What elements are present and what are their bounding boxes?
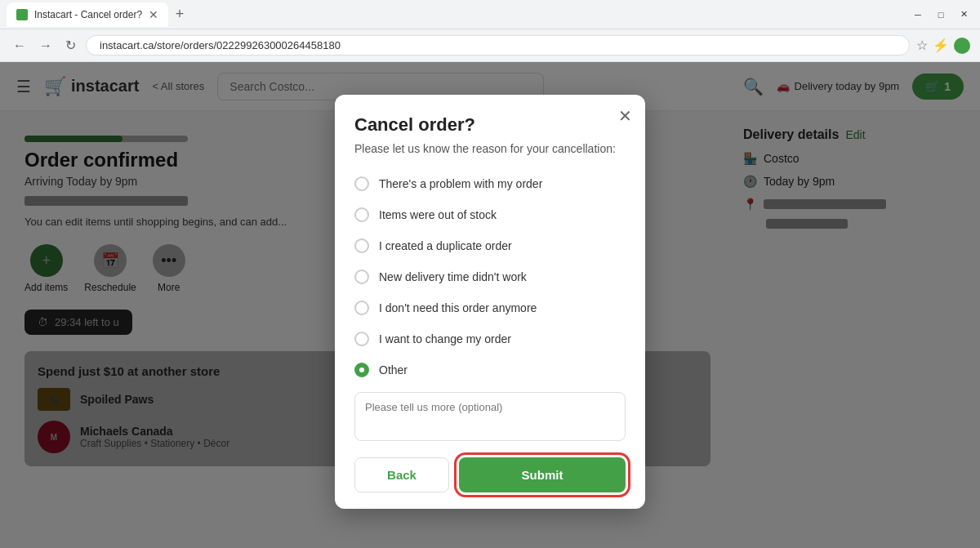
modal-close-button[interactable]: ✕: [618, 108, 632, 124]
modal-header: ✕ Cancel order? Please let us know the r…: [335, 95, 645, 155]
radio-option-2[interactable]: Items were out of stock: [354, 199, 626, 230]
radio-label-4: New delivery time didn't work: [379, 270, 527, 283]
page-background: ☰ 🛒 instacart < All stores 🔍 🚗 Delivery …: [0, 62, 980, 548]
url-bar[interactable]: instacart.ca/store/orders/02229926300026…: [86, 35, 910, 56]
modal-overlay: ✕ Cancel order? Please let us know the r…: [0, 62, 980, 548]
radio-label-7: Other: [379, 363, 408, 376]
tab-favicon: [16, 9, 28, 20]
radio-option-7[interactable]: Other: [354, 354, 626, 385]
address-bar-icons: ☆ ⚡: [916, 38, 970, 54]
radio-circle-4: [354, 270, 369, 284]
browser-tab[interactable]: Instacart - Cancel order? ✕: [7, 2, 168, 27]
close-button[interactable]: ✕: [954, 5, 973, 25]
new-tab-button[interactable]: +: [168, 3, 191, 26]
modal-title: Cancel order?: [354, 114, 626, 136]
modal-footer: Back Submit: [335, 444, 645, 509]
tab-close-button[interactable]: ✕: [149, 8, 158, 21]
url-text: instacart.ca/store/orders/02229926300026…: [100, 39, 341, 51]
cancel-order-modal: ✕ Cancel order? Please let us know the r…: [335, 95, 645, 509]
radio-label-5: I don't need this order anymore: [379, 301, 537, 314]
radio-option-6[interactable]: I want to change my order: [354, 323, 626, 354]
radio-circle-3: [354, 238, 369, 253]
extensions-icon[interactable]: ⚡: [933, 38, 949, 53]
radio-circle-1: [354, 176, 369, 191]
modal-body: There's a problem with my order Items we…: [335, 168, 645, 444]
back-button[interactable]: Back: [354, 457, 449, 492]
radio-circle-5: [354, 301, 369, 315]
radio-option-3[interactable]: I created a duplicate order: [354, 230, 626, 261]
submit-button[interactable]: Submit: [459, 457, 626, 492]
modal-subtitle: Please let us know the reason for your c…: [354, 142, 626, 155]
radio-label-3: I created a duplicate order: [379, 239, 512, 252]
radio-circle-6: [354, 332, 369, 346]
reload-button[interactable]: ↻: [62, 34, 79, 56]
submit-label: Submit: [522, 468, 564, 482]
tab-title: Instacart - Cancel order?: [34, 9, 142, 20]
cancellation-reason-textarea[interactable]: [354, 392, 626, 441]
profile-avatar[interactable]: [954, 38, 970, 54]
radio-option-4[interactable]: New delivery time didn't work: [354, 261, 626, 292]
maximize-button[interactable]: □: [931, 5, 951, 25]
radio-label-1: There's a problem with my order: [379, 177, 542, 190]
bookmark-icon[interactable]: ☆: [916, 38, 928, 53]
address-bar: ← → ↻ instacart.ca/store/orders/02229926…: [0, 29, 980, 62]
forward-nav-button[interactable]: →: [36, 35, 56, 56]
window-controls: ─ □ ✕: [908, 5, 973, 25]
radio-option-1[interactable]: There's a problem with my order: [354, 168, 626, 199]
browser-titlebar: Instacart - Cancel order? ✕ + ─ □ ✕: [0, 0, 980, 29]
radio-circle-7: [354, 363, 369, 377]
minimize-button[interactable]: ─: [908, 5, 928, 25]
radio-option-5[interactable]: I don't need this order anymore: [354, 292, 626, 323]
back-nav-button[interactable]: ←: [10, 35, 29, 56]
radio-label-6: I want to change my order: [379, 332, 511, 345]
radio-circle-2: [354, 207, 369, 222]
radio-label-2: Items were out of stock: [379, 208, 497, 221]
